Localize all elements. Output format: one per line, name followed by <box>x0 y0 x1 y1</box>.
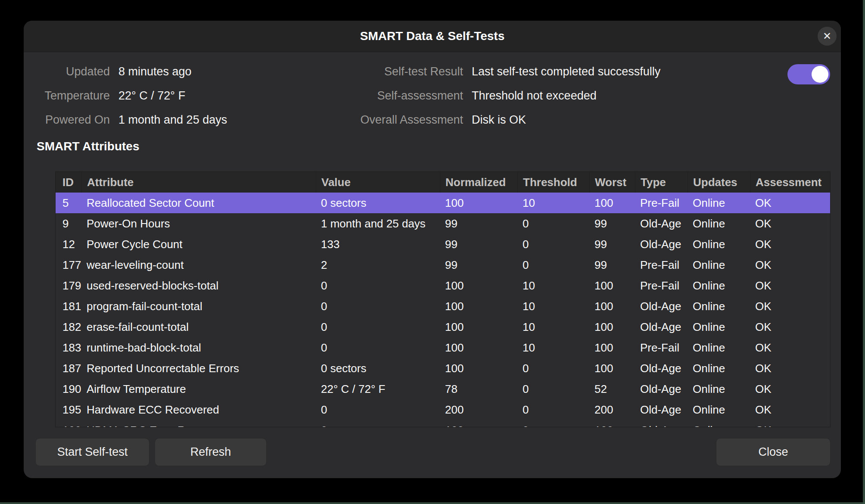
smart-enabled-toggle[interactable] <box>787 64 830 84</box>
table-row[interactable]: 195Hardware ECC Recovered02000200Old-Age… <box>56 399 830 420</box>
column-header[interactable]: Value <box>316 172 440 193</box>
table-cell: Pre-Fail <box>635 258 688 272</box>
table-cell: 10 <box>517 196 589 210</box>
screen: SMART Data & Self-Tests ✕ Updated 8 minu… <box>0 0 865 504</box>
refresh-button[interactable]: Refresh <box>155 438 267 466</box>
table-cell: 199 <box>56 424 81 428</box>
table-header: IDAttributeValueNormalizedThresholdWorst… <box>56 172 830 193</box>
self-assessment-value: Threshold not exceeded <box>472 84 597 108</box>
table-cell: 0 <box>316 300 440 313</box>
table-row[interactable]: 177wear-leveling-count299099Pre-FailOnli… <box>56 255 830 275</box>
self-test-result-value: Last self-test completed successfully <box>472 59 660 84</box>
table-cell: 0 <box>316 341 440 355</box>
table-cell: OK <box>750 238 831 251</box>
table-row[interactable]: 190Airflow Temperature22° C / 72° F78052… <box>56 379 830 399</box>
table-cell: UDMA CRC Error Rate <box>81 424 316 428</box>
smart-dialog: SMART Data & Self-Tests ✕ Updated 8 minu… <box>24 21 841 478</box>
column-header[interactable]: Worst <box>589 172 635 193</box>
smart-attributes-table: IDAttributeValueNormalizedThresholdWorst… <box>55 171 831 427</box>
table-cell: 100 <box>589 341 635 355</box>
table-cell: Online <box>688 320 750 334</box>
close-dialog-button[interactable]: Close <box>716 438 831 466</box>
table-cell: 100 <box>440 424 517 428</box>
table-cell: 0 <box>517 403 589 417</box>
table-cell: Old-Age <box>635 383 688 396</box>
updated-value: 8 minutes ago <box>118 59 192 84</box>
table-cell: Pre-Fail <box>635 341 688 355</box>
table-cell: Old-Age <box>635 403 688 417</box>
table-row[interactable]: 182erase-fail-count-total010010100Old-Ag… <box>56 317 830 337</box>
table-cell: 1 month and 25 days <box>316 217 440 230</box>
table-cell: 0 sectors <box>316 196 440 210</box>
table-cell: OK <box>750 403 831 417</box>
column-header[interactable]: Normalized <box>440 172 517 193</box>
table-cell: Old-Age <box>635 362 688 375</box>
table-cell: 100 <box>440 300 517 313</box>
table-cell: Online <box>688 258 750 272</box>
powered-on-label: Powered On <box>24 108 110 132</box>
table-cell: 179 <box>56 279 81 292</box>
table-cell: Old-Age <box>635 300 688 313</box>
table-cell: Airflow Temperature <box>81 383 316 396</box>
column-header[interactable]: Threshold <box>517 172 589 193</box>
close-button[interactable]: ✕ <box>818 27 837 46</box>
table-row[interactable]: 187Reported Uncorrectable Errors0 sector… <box>56 358 830 379</box>
table-cell: Online <box>688 196 750 210</box>
table-cell: 200 <box>440 403 517 417</box>
table-cell: OK <box>750 341 831 355</box>
column-header[interactable]: Type <box>635 172 688 193</box>
self-test-result-label: Self-test Result <box>325 59 463 84</box>
table-row[interactable]: 12Power Cycle Count13399099Old-AgeOnline… <box>56 234 830 255</box>
table-row[interactable]: 5Reallocated Sector Count0 sectors100101… <box>56 193 830 213</box>
start-self-test-button[interactable]: Start Self-test <box>35 438 149 466</box>
powered-on-value: 1 month and 25 days <box>118 108 227 132</box>
table-cell: 0 <box>316 403 440 417</box>
temperature-value: 22° C / 72° F <box>118 84 185 108</box>
table-cell: 10 <box>517 279 589 292</box>
table-cell: OK <box>750 279 831 292</box>
table-cell: 52 <box>589 383 635 396</box>
table-cell: 9 <box>56 217 81 230</box>
self-assessment-label: Self-assessment <box>325 84 463 108</box>
column-header[interactable]: Updates <box>688 172 750 193</box>
table-cell: runtime-bad-block-total <box>81 341 316 355</box>
table-cell: Online <box>688 383 750 396</box>
table-cell: 195 <box>56 403 81 417</box>
table-cell: Pre-Fail <box>635 279 688 292</box>
table-cell: 0 <box>517 362 589 375</box>
column-header[interactable]: ID <box>56 172 81 193</box>
table-cell: Old-Age <box>635 238 688 251</box>
table-cell: 100 <box>589 320 635 334</box>
table-cell: Reallocated Sector Count <box>81 196 316 210</box>
table-cell: Power-On Hours <box>81 217 316 230</box>
dialog-title: SMART Data & Self-Tests <box>360 29 505 43</box>
table-cell: used-reserved-blocks-total <box>81 279 316 292</box>
table-cell: OK <box>750 383 831 396</box>
table-cell: 99 <box>440 258 517 272</box>
table-row[interactable]: 179used-reserved-blocks-total010010100Pr… <box>56 275 830 296</box>
table-row[interactable]: 199UDMA CRC Error Rate01000100Old-AgeOnl… <box>56 420 830 427</box>
table-row[interactable]: 181program-fail-count-total010010100Old-… <box>56 296 830 317</box>
column-header[interactable]: Assessment <box>750 172 831 193</box>
table-row[interactable]: 9Power-On Hours1 month and 25 days99099O… <box>56 213 830 234</box>
table-cell: 0 <box>517 217 589 230</box>
overall-assessment-label: Overall Assessment <box>325 108 463 132</box>
screen-edge-artifact-right <box>863 0 865 504</box>
column-header[interactable]: Attribute <box>81 172 316 193</box>
table-cell: 10 <box>517 300 589 313</box>
table-cell: erase-fail-count-total <box>81 320 316 334</box>
table-cell: 99 <box>589 217 635 230</box>
table-cell: Online <box>688 362 750 375</box>
table-cell: 100 <box>440 196 517 210</box>
table-row[interactable]: 183runtime-bad-block-total010010100Pre-F… <box>56 337 830 358</box>
table-cell: OK <box>750 320 831 334</box>
table-cell: 183 <box>56 341 81 355</box>
table-cell: 78 <box>440 383 517 396</box>
table-cell: 99 <box>440 217 517 230</box>
table-cell: 181 <box>56 300 81 313</box>
table-cell: 100 <box>440 279 517 292</box>
table-cell: 100 <box>589 300 635 313</box>
table-cell: 0 <box>517 424 589 428</box>
table-cell: 0 <box>316 279 440 292</box>
table-cell: Hardware ECC Recovered <box>81 403 316 417</box>
